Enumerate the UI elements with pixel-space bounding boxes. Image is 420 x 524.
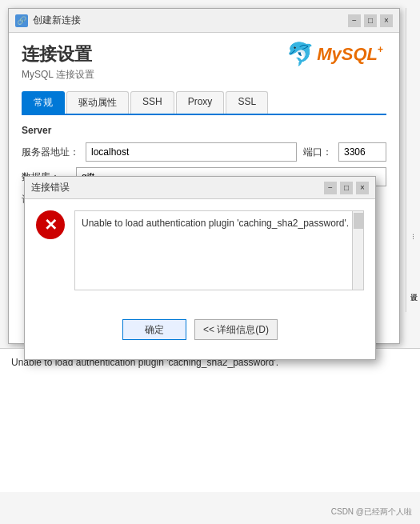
error-title-controls: − □ ×: [324, 182, 369, 194]
close-button[interactable]: ×: [380, 14, 393, 27]
error-body: ✕ Unable to load authentication plugin '…: [25, 199, 375, 319]
tab-ssl[interactable]: SSL: [226, 91, 268, 114]
detail-button[interactable]: << 详细信息(D): [194, 319, 278, 340]
scrollbar-thumb: [354, 213, 363, 229]
right-panel: ... 设置: [406, 8, 420, 312]
tab-proxy[interactable]: Proxy: [176, 91, 225, 114]
window-icon: 🔗: [15, 14, 28, 27]
window-title: 创建新连接: [33, 14, 81, 27]
tab-ssh[interactable]: SSH: [130, 91, 174, 114]
title-controls: − □ ×: [348, 14, 393, 27]
watermark: CSDN @已经两个人啦: [331, 506, 412, 518]
error-title-bar: 连接错误 − □ ×: [25, 177, 375, 199]
tab-driver[interactable]: 驱动属性: [66, 91, 129, 114]
confirm-button[interactable]: 确定: [122, 319, 186, 340]
error-icon-area: ✕: [36, 210, 65, 308]
mysql-logo: 🐬 MySQL+: [286, 41, 383, 67]
error-dialog: 连接错误 − □ × ✕ Unable to load authenticati…: [24, 176, 376, 360]
dolphin-icon: 🐬: [286, 42, 314, 66]
bottom-error-area: Unable to load authentication plugin 'ca…: [0, 348, 420, 492]
error-minimize-button[interactable]: −: [324, 182, 337, 194]
server-address-row: 服务器地址： 端口：: [22, 142, 386, 162]
section-title: 连接设置: [22, 42, 94, 66]
port-label: 端口：: [303, 146, 332, 159]
error-title-text: 连接错误: [31, 181, 70, 194]
server-address-input[interactable]: [86, 142, 297, 162]
minimize-button[interactable]: −: [348, 14, 361, 27]
server-group-header: Server: [22, 125, 386, 138]
error-footer: 确定 << 详细信息(D): [25, 319, 375, 350]
error-close-button[interactable]: ×: [356, 182, 369, 194]
mysql-brand-text: MySQL: [317, 44, 378, 64]
right-panel-btn-dots[interactable]: ...: [411, 234, 419, 240]
error-message-box: Unable to load authentication plugin 'ca…: [74, 210, 364, 290]
error-message-container: Unable to load authentication plugin 'ca…: [74, 210, 364, 308]
error-icon: ✕: [36, 210, 65, 239]
mysql-plus: +: [378, 44, 383, 55]
tab-general[interactable]: 常规: [22, 91, 65, 114]
tab-bar: 常规 驱动属性 SSH Proxy SSL: [22, 91, 386, 115]
title-left: 🔗 创建新连接: [15, 14, 81, 27]
server-address-label: 服务器地址：: [22, 146, 79, 159]
section-subtitle: MySQL 连接设置: [22, 68, 94, 82]
error-maximize-button[interactable]: □: [340, 182, 353, 194]
scrollbar[interactable]: [352, 211, 363, 290]
error-message-text: Unable to load authentication plugin 'ca…: [82, 218, 349, 229]
port-input[interactable]: [338, 142, 386, 162]
main-title-bar: 🔗 创建新连接 − □ ×: [9, 9, 399, 33]
maximize-button[interactable]: □: [364, 14, 377, 27]
